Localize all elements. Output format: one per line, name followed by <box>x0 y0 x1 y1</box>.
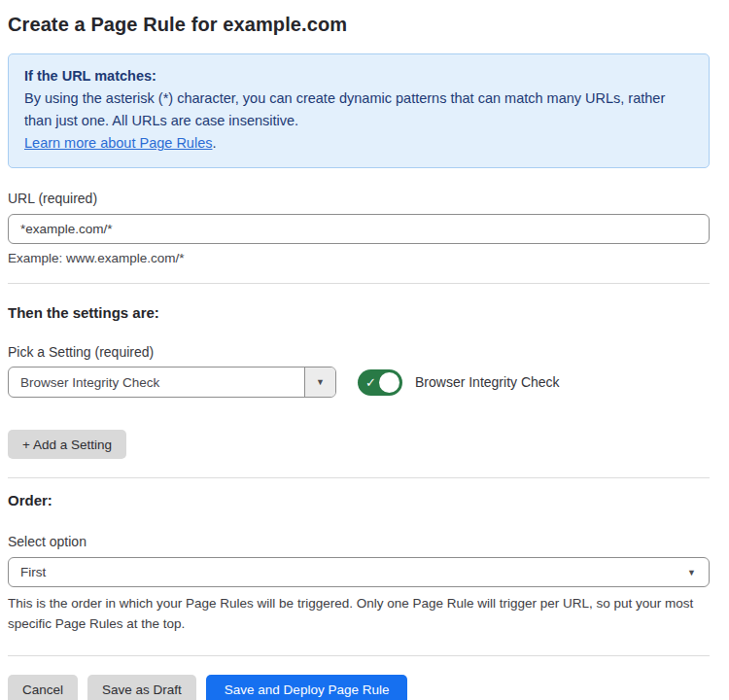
learn-more-link[interactable]: Learn more about Page Rules <box>24 135 212 151</box>
url-label: URL (required) <box>8 191 710 206</box>
order-helper-text: This is the order in which your Page Rul… <box>8 593 710 634</box>
order-select[interactable]: First ▼ <box>8 557 710 587</box>
footer-actions: Cancel Save as Draft Save and Deploy Pag… <box>8 675 710 700</box>
order-section-heading: Order: <box>8 492 710 508</box>
add-setting-button[interactable]: + Add a Setting <box>8 430 126 459</box>
page-title: Create a Page Rule for example.com <box>8 14 710 36</box>
setting-row: Browser Integrity Check ▼ ✓ Browser Inte… <box>8 367 710 398</box>
browser-integrity-toggle[interactable]: ✓ <box>358 369 402 396</box>
settings-section-heading: Then the settings are: <box>8 304 710 321</box>
info-box-heading: If the URL matches: <box>24 65 693 88</box>
setting-dropdown-value: Browser Integrity Check <box>9 368 304 397</box>
create-page-rule-form: Create a Page Rule for example.com If th… <box>0 0 729 700</box>
url-match-info-box: If the URL matches: By using the asteris… <box>8 53 710 168</box>
info-link-row: Learn more about Page Rules. <box>24 132 693 155</box>
select-option-label: Select option <box>8 534 710 549</box>
divider <box>8 283 710 284</box>
save-as-draft-button[interactable]: Save as Draft <box>87 675 196 700</box>
divider <box>8 655 710 656</box>
divider <box>8 477 710 478</box>
setting-toggle-group: ✓ Browser Integrity Check <box>358 369 560 396</box>
url-example-helper: Example: www.example.com/* <box>8 251 710 265</box>
pick-setting-label: Pick a Setting (required) <box>8 344 710 360</box>
setting-dropdown[interactable]: Browser Integrity Check ▼ <box>8 367 336 398</box>
order-select-value: First <box>20 565 46 579</box>
toggle-knob <box>379 372 399 393</box>
save-and-deploy-button[interactable]: Save and Deploy Page Rule <box>206 675 408 700</box>
chevron-down-icon: ▼ <box>687 568 696 578</box>
checkmark-icon: ✓ <box>365 376 376 389</box>
toggle-label: Browser Integrity Check <box>415 374 560 390</box>
chevron-down-icon[interactable]: ▼ <box>304 368 335 397</box>
info-link-period: . <box>212 135 216 151</box>
info-box-body: By using the asterisk (*) character, you… <box>24 88 681 132</box>
url-input[interactable] <box>8 214 710 244</box>
cancel-button[interactable]: Cancel <box>8 675 78 700</box>
